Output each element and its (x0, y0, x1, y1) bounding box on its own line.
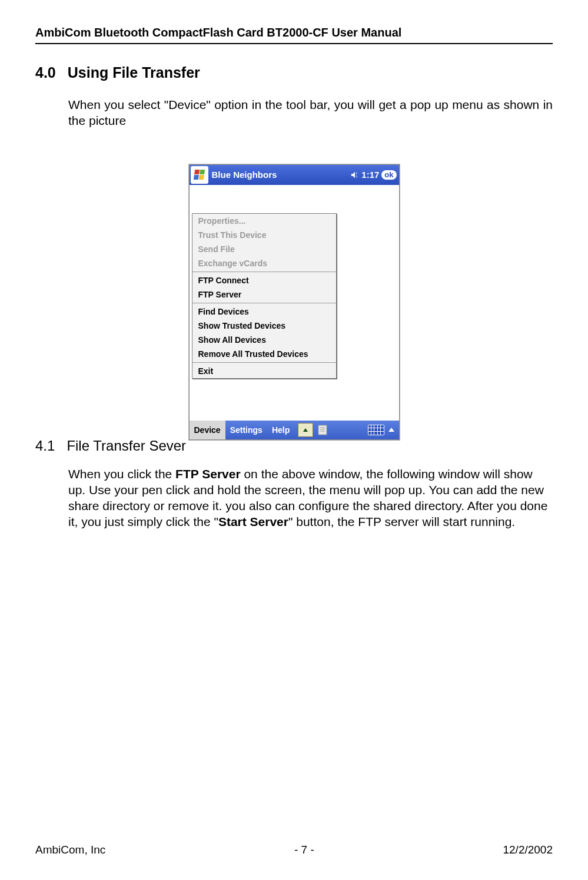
footer-center: - 7 - (294, 843, 314, 856)
device-screenshot: Blue Neighbors 1:17 ok Properties... Tru… (189, 164, 400, 440)
svg-marker-0 (351, 171, 355, 178)
section-title: File Transfer Sever (67, 438, 186, 454)
section-title: Using File Transfer (68, 64, 200, 81)
speaker-icon[interactable] (351, 171, 359, 179)
text: When you click the (68, 467, 175, 481)
footer-right: 12/2/2002 (503, 843, 553, 856)
menu-separator (192, 362, 336, 363)
svg-rect-1 (318, 425, 327, 435)
content-area: Properties... Trust This Device Send Fil… (190, 185, 399, 421)
menu-separator (192, 303, 336, 303)
chevron-up-icon (388, 428, 394, 432)
bottom-toolbar: Device Settings Help (190, 421, 399, 439)
menu-trust-device[interactable]: Trust This Device (192, 228, 336, 242)
toolbar-keyboard[interactable] (363, 421, 399, 439)
menu-ftp-server[interactable]: FTP Server (192, 287, 336, 302)
section-4-1-heading: 4.1 File Transfer Sever (35, 438, 553, 454)
window-title: Blue Neighbors (212, 170, 351, 180)
menu-properties[interactable]: Properties... (192, 214, 336, 228)
section-4-1-paragraph: When you click the FTP Server on the abo… (35, 466, 553, 530)
bold-text: Start Server (218, 515, 288, 528)
page-footer: AmbiCom, Inc - 7 - 12/2/2002 (35, 843, 553, 856)
toolbar-device[interactable]: Device (190, 421, 225, 439)
device-popup-menu: Properties... Trust This Device Send Fil… (192, 213, 337, 379)
up-arrow-icon (303, 428, 308, 432)
menu-send-file[interactable]: Send File (192, 242, 336, 256)
document-icon[interactable] (317, 424, 330, 436)
doc-header: AmbiCom Bluetooth CompactFlash Card BT20… (35, 26, 553, 43)
clock-time[interactable]: 1:17 (361, 170, 379, 180)
section-number: 4.0 (35, 64, 56, 81)
header-rule (35, 43, 553, 44)
section-4-0-paragraph: When you select "Device" option in the t… (35, 97, 553, 129)
footer-left: AmbiCom, Inc (35, 843, 105, 856)
menu-separator (192, 272, 336, 272)
menu-ftp-connect[interactable]: FTP Connect (192, 273, 336, 287)
menu-exit[interactable]: Exit (192, 364, 336, 378)
windows-flag-icon (194, 170, 205, 180)
window-titlebar: Blue Neighbors 1:17 ok (190, 165, 399, 185)
keyboard-icon (368, 425, 384, 435)
toolbar-help[interactable]: Help (267, 421, 294, 439)
menu-show-all[interactable]: Show All Devices (192, 333, 336, 347)
menu-exchange-vcards[interactable]: Exchange vCards (192, 256, 336, 270)
menu-find-devices[interactable]: Find Devices (192, 305, 336, 319)
folder-up-icon[interactable] (298, 423, 313, 437)
section-number: 4.1 (35, 438, 55, 454)
menu-remove-trusted[interactable]: Remove All Trusted Devices (192, 347, 336, 361)
text: " button, the FTP server will start runn… (288, 515, 515, 528)
menu-show-trusted[interactable]: Show Trusted Devices (192, 319, 336, 333)
windows-start-icon[interactable] (191, 166, 208, 184)
section-4-0-heading: 4.0 Using File Transfer (35, 64, 553, 81)
toolbar-settings[interactable]: Settings (225, 421, 267, 439)
ok-button[interactable]: ok (381, 170, 396, 180)
bold-text: FTP Server (175, 467, 241, 481)
